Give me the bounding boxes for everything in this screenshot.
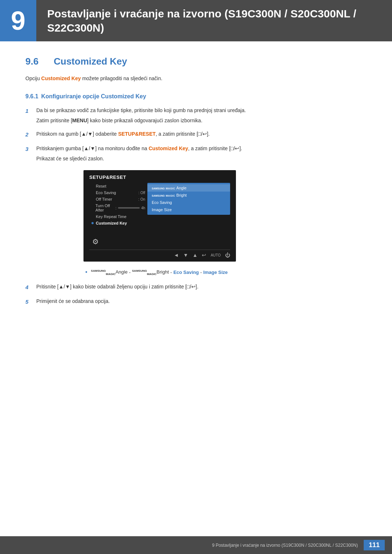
step-text-3: Pritiskanjem gumba [▲/▼] na monitoru dođ… xyxy=(36,144,367,163)
menu-item-key-repeat: Key Repeat Time xyxy=(89,213,147,220)
menu-item-turn-off-after: Turn Off After : 4h xyxy=(89,202,147,213)
magic-sub-bright2: MAGIC xyxy=(147,272,157,275)
section-title: Customized Key xyxy=(54,56,127,67)
monitor-menu-left: Reset Eco Saving : Off Off Timer : On xyxy=(89,183,147,246)
submenu-item-image-size: Image Size xyxy=(147,206,230,213)
step-text-2: Pritiskom na gumb [▲/▼] odaberite SETUP&… xyxy=(36,130,367,139)
steps-list-2: 4 Pritisnite [▲/▼] kako biste odabrali ž… xyxy=(25,283,367,306)
magic-sub-bright: MAGIC xyxy=(166,194,175,197)
samsung-sup-angle: SAMSUNG xyxy=(91,269,106,272)
monitor-screenshot: SETUP&RESET Reset Eco Saving : Off Of xyxy=(83,170,236,262)
page-footer: 9 Postavljanje i vraćanje na izvorno (S1… xyxy=(0,536,392,554)
step-1-sub: Zatim pritisnite [MENU] kako biste prika… xyxy=(36,116,367,125)
submenu-item-eco-saving: Eco Saving xyxy=(147,199,230,206)
menu-item-val-turn-off: : 4h xyxy=(115,206,145,210)
monitor-bottom-bar: ◄ ▼ ▲ ↩ AUTO ⏻ xyxy=(89,250,230,258)
chapter-number: 9 xyxy=(11,8,25,34)
bullet-options: • SAMSUNGMAGICAngle - SAMSUNGMAGICBright… xyxy=(85,269,367,275)
magic-sub-angle: MAGIC xyxy=(166,187,175,190)
step-num-1: 1 xyxy=(25,106,36,125)
submenu: SAMSUNGMAGICAngle SAMSUNGMAGICBright Eco… xyxy=(147,183,230,215)
menu-item-eco-saving: Eco Saving : Off xyxy=(89,189,147,196)
samsung-sup-bright: SAMSUNG xyxy=(132,269,147,272)
menu-item-label-off-timer: Off Timer xyxy=(96,197,112,201)
monitor-menu-items: Reset Eco Saving : Off Off Timer : On xyxy=(89,183,147,226)
monitor-btn-left: ◄ xyxy=(174,252,179,258)
step-num-3: 3 xyxy=(25,144,36,163)
menu-item-customized-key: Customized Key xyxy=(89,220,147,226)
magic-sub-angle2: MAGIC xyxy=(106,272,116,275)
gear-icon: ⚙ xyxy=(92,237,147,246)
menu-dot xyxy=(91,185,94,187)
menu-item-label-customized-key: Customized Key xyxy=(96,221,127,225)
menu-dot xyxy=(91,207,93,209)
option-angle: SAMSUNGMAGICAngle xyxy=(91,269,128,276)
monitor-menu-body: Reset Eco Saving : Off Off Timer : On xyxy=(89,183,230,246)
monitor-btn-auto: AUTO xyxy=(211,253,221,257)
subsection-number: 9.6.1 xyxy=(25,93,38,99)
menu-item-val-off-timer: : On xyxy=(138,197,145,201)
step-text-1: Da bi se prikazao vodič za funkcijske ti… xyxy=(36,106,367,125)
menu-dot xyxy=(91,216,94,218)
step-num-2: 2 xyxy=(25,130,36,139)
subsection-heading: 9.6.1Konfiguriranje opcije Customized Ke… xyxy=(25,93,367,100)
monitor-btn-return: ↩ xyxy=(202,252,206,258)
samsung-super-angle: SAMSUNG xyxy=(152,187,165,190)
menu-item-label-reset: Reset xyxy=(96,184,106,188)
chapter-title-block: Postavljanje i vraćanje na izvorno (S19C… xyxy=(36,0,392,41)
option-sep-3: - xyxy=(200,270,202,275)
monitor-btn-up: ▲ xyxy=(193,252,198,258)
step-3-sub: Prikazat će se sljedeći zaslon. xyxy=(36,155,367,163)
menu-dot xyxy=(91,192,94,194)
step-3: 3 Pritiskanjem gumba [▲/▼] na monitoru d… xyxy=(25,144,367,163)
monitor-menu-title: SETUP&RESET xyxy=(89,175,230,180)
monitor-btn-down: ▼ xyxy=(183,252,188,258)
monitor-menu-right: SAMSUNGMAGICAngle SAMSUNGMAGICBright Eco… xyxy=(147,183,230,246)
samsung-super-bright: SAMSUNG xyxy=(152,194,165,197)
bullet-dot: • xyxy=(85,269,87,275)
step-4: 4 Pritisnite [▲/▼] kako biste odabrali ž… xyxy=(25,283,367,292)
menu-item-reset: Reset xyxy=(89,183,147,189)
steps-list: 1 Da bi se prikazao vodič za funkcijske … xyxy=(25,106,367,163)
menu-item-label-eco: Eco Saving xyxy=(96,190,116,195)
intro-paragraph: Opciju Customized Key možete prilagoditi… xyxy=(25,74,367,83)
step-num-5: 5 xyxy=(25,297,36,307)
footer-page-number: 111 xyxy=(364,540,385,550)
menu-item-off-timer: Off Timer : On xyxy=(89,196,147,202)
step-text-4: Pritisnite [▲/▼] kako biste odabrali žel… xyxy=(36,283,367,292)
option-bright: SAMSUNGMAGICBright xyxy=(132,269,169,276)
section-number: 9.6 xyxy=(25,56,47,67)
menu-item-label-key-repeat: Key Repeat Time xyxy=(96,214,126,219)
option-sep-2: - xyxy=(170,270,172,275)
step-2: 2 Pritiskom na gumb [▲/▼] odaberite SETU… xyxy=(25,130,367,139)
menu-dot-selected xyxy=(91,222,94,224)
option-image-size: Image Size xyxy=(203,270,228,275)
submenu-item-bright: SAMSUNGMAGICBright xyxy=(147,192,230,199)
step-num-4: 4 xyxy=(25,283,36,292)
subsection-title: Konfiguriranje opcije Customized Key xyxy=(41,93,146,99)
step-1: 1 Da bi se prikazao vodič za funkcijske … xyxy=(25,106,367,125)
chapter-title: Postavljanje i vraćanje na izvorno (S19C… xyxy=(47,7,381,35)
menu-dot xyxy=(91,198,94,200)
option-sep-1: - xyxy=(129,270,130,275)
step-text-5: Primijenit će se odabrana opcija. xyxy=(36,297,367,307)
menu-item-label-turn-off: Turn Off After xyxy=(95,204,115,212)
section-heading: 9.6 Customized Key xyxy=(25,56,367,67)
page-header: 9 Postavljanje i vraćanje na izvorno (S1… xyxy=(0,0,392,41)
monitor-btn-power: ⏻ xyxy=(225,252,230,258)
option-eco-saving: Eco Saving xyxy=(173,270,199,275)
intro-prefix: Opciju xyxy=(25,75,41,81)
step-5: 5 Primijenit će se odabrana opcija. xyxy=(25,297,367,307)
intro-highlight: Customized Key xyxy=(41,75,81,81)
intro-suffix: možete prilagoditi na sljedeći način. xyxy=(81,75,163,81)
submenu-item-angle: SAMSUNGMAGICAngle xyxy=(147,184,230,192)
menu-item-val-eco: : Off xyxy=(138,191,145,195)
page-content: 9.6 Customized Key Opciju Customized Key… xyxy=(0,41,392,342)
footer-text: 9 Postavljanje i vraćanje na izvorno (S1… xyxy=(212,543,358,548)
chapter-number-block: 9 xyxy=(0,0,36,41)
